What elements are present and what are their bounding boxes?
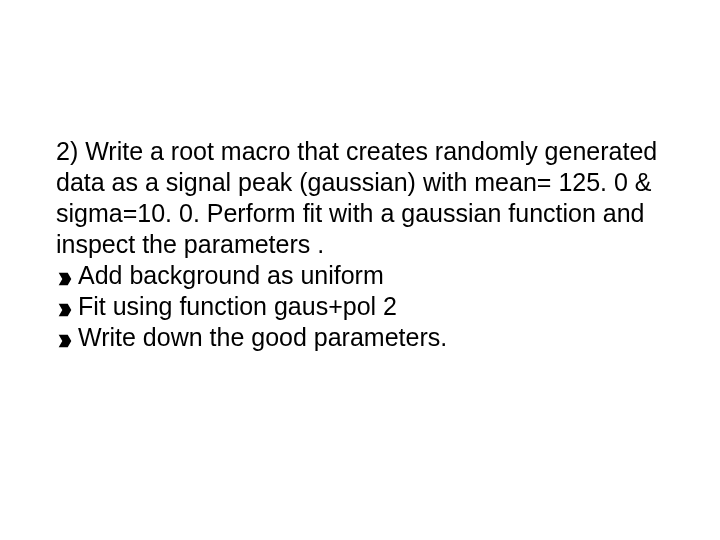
arrow-bullet-icon [56,322,74,353]
bullet-item-1: Add background as uniform [56,260,666,291]
bullet-text: Add background as uniform [78,260,384,291]
bullet-text: Write down the good parameters. [78,322,447,353]
bullet-item-3: Write down the good parameters. [56,322,666,353]
bullet-text: Fit using function gaus+pol 2 [78,291,397,322]
arrow-bullet-icon [56,260,74,291]
slide-body: 2) Write a root macro that creates rando… [56,136,666,353]
bullet-item-2: Fit using function gaus+pol 2 [56,291,666,322]
question-text: 2) Write a root macro that creates rando… [56,136,666,260]
arrow-bullet-icon [56,291,74,322]
